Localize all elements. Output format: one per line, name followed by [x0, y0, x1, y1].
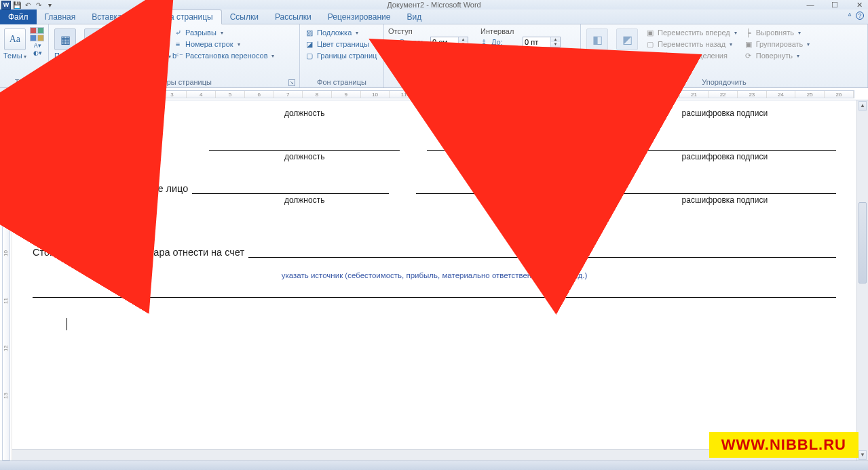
group-page-background: ▨Подложка ◪Цвет страницы ▢Границы страни… — [300, 24, 384, 87]
paragraph-launcher[interactable]: ↘ — [569, 79, 576, 86]
undo-icon[interactable]: ↶ — [23, 0, 33, 9]
group-arrange-label: Упорядочить — [584, 77, 865, 87]
spacing-before-spin[interactable]: ▲▼ — [523, 37, 561, 47]
indent-right-spin[interactable]: ▲▼ — [430, 49, 468, 60]
group-paragraph-label: Абзац↘ — [387, 77, 578, 87]
orientation-button[interactable]: ▯ Ориентация — [81, 26, 109, 61]
rotate-icon: ⟳ — [744, 51, 753, 60]
position-button[interactable]: ◧ Положение — [584, 26, 611, 61]
ribbon: Aa Темы A▾ ◐▾ Темы ▦ Поля ▯ Ориентация — [0, 24, 868, 88]
spacing-after-icon: ‡ — [479, 50, 489, 59]
spacing-after-spin[interactable]: ▲▼ — [523, 49, 561, 60]
qat-customize-icon[interactable]: ▾ — [45, 0, 54, 9]
window-title: Документ2 - Microsoft Word — [387, 1, 480, 9]
indent-right-input[interactable] — [431, 50, 458, 59]
themes-button[interactable]: Aa Темы — [3, 26, 27, 61]
watermark-button[interactable]: ▨Подложка — [303, 27, 379, 38]
spacing-before-icon: ‡ — [479, 37, 489, 47]
minimize-button[interactable]: — — [804, 1, 816, 9]
size-icon: ▭ — [114, 28, 136, 50]
maximize-button[interactable]: ☐ — [829, 1, 841, 9]
quick-access-toolbar: W 💾 ↶ ↷ ▾ — [1, 0, 54, 9]
line-numbers-button[interactable]: ≡Номера строк — [171, 39, 276, 50]
scroll-down-button[interactable]: ▼ — [858, 450, 867, 460]
wrap-icon: ◩ — [616, 28, 638, 50]
hyphenation-icon: bᶜ⁻ — [173, 51, 183, 60]
indent-left-spin[interactable]: ▲▼ — [430, 37, 468, 47]
tab-insert[interactable]: Вставка — [83, 9, 130, 24]
tab-home[interactable]: Главная — [37, 9, 84, 24]
save-icon[interactable]: 💾 — [12, 0, 22, 9]
scroll-thumb[interactable] — [858, 202, 867, 283]
page-borders-icon: ▢ — [305, 51, 314, 60]
scroll-up-button[interactable]: ▲ — [858, 101, 867, 111]
line-numbers-icon: ≡ — [173, 39, 183, 49]
group-arrange: ◧ Положение ◩ Обтекание текстом ▣Перемес… — [581, 24, 868, 87]
align-button[interactable]: ╞Выровнять — [742, 27, 812, 38]
indent-left-icon: ⇤ — [387, 37, 396, 47]
page-color-button[interactable]: ◪Цвет страницы — [303, 39, 379, 50]
selection-pane-icon: ▤ — [645, 51, 655, 60]
send-backward-button[interactable]: ▢Переместить назад — [643, 39, 739, 50]
selection-pane-button[interactable]: ▤Область выделения — [643, 50, 739, 61]
group-button[interactable]: ▣Группировать — [742, 39, 812, 50]
word-logo-icon: W — [1, 1, 11, 9]
columns-icon: ▥ — [144, 28, 166, 50]
hint-text: указать источник (себестоимость, прибыль… — [33, 271, 836, 279]
writeoff-label: Стоимость списанного товара отнести на с… — [33, 247, 244, 258]
theme-colors-fonts[interactable]: A▾ ◐▾ — [30, 26, 45, 56]
wrap-text-button[interactable]: ◩ Обтекание текстом — [614, 26, 641, 69]
bring-forward-icon: ▣ — [645, 28, 655, 37]
horizontal-ruler[interactable]: L 21123456789101112131415161718192021222… — [0, 88, 868, 100]
minimize-ribbon-icon[interactable]: ᐞ — [848, 12, 852, 20]
close-button[interactable]: ✕ — [853, 1, 865, 9]
indent-section: Отступ ⇤ Слева: ▲▼ ⇥ Справа: ▲▼ — [387, 26, 468, 60]
align-icon: ╞ — [744, 28, 753, 37]
group-page-bg-label: Фон страницы — [303, 77, 381, 87]
group-paragraph: Отступ ⇤ Слева: ▲▼ ⇥ Справа: ▲▼ Интервал… — [384, 24, 581, 87]
watermark-icon: ▨ — [305, 28, 314, 37]
group-page-setup: ▦ Поля ▯ Ориентация ▭ Размер ▥ Колонки ⤶… — [49, 24, 300, 87]
watermark-badge: WWW.NIBBL.RU — [709, 432, 858, 458]
breaks-button[interactable]: ⤶Разрывы — [171, 27, 276, 38]
ribbon-tabs: Файл Главная Вставка Разметка страницы С… — [0, 9, 868, 24]
indent-left-input[interactable] — [431, 37, 458, 47]
tab-view[interactable]: Вид — [398, 9, 430, 24]
hyphenation-button[interactable]: bᶜ⁻Расстановка переносов — [171, 50, 276, 61]
group-icon: ▣ — [744, 39, 753, 49]
vertical-scrollbar[interactable]: ▲ ▼ — [856, 100, 868, 461]
indent-right-icon: ⇥ — [387, 50, 396, 59]
spacing-before-input[interactable] — [523, 37, 550, 47]
breaks-icon: ⤶ — [173, 28, 183, 37]
themes-icon: Aa — [4, 28, 26, 50]
document-area: 7 8 9 10 11 12 13 должность подпись расш… — [0, 100, 868, 461]
responsible-label: Материально ответственное лицо — [33, 183, 188, 194]
rotate-button[interactable]: ⟳Повернуть — [742, 50, 812, 61]
orientation-icon: ▯ — [84, 28, 106, 50]
window-controls: — ☐ ✕ — [804, 0, 865, 9]
status-bar — [0, 461, 868, 470]
spacing-after-input[interactable] — [523, 50, 550, 59]
tab-mailings[interactable]: Рассылки — [267, 9, 320, 24]
tab-references[interactable]: Ссылки — [222, 9, 267, 24]
size-button[interactable]: ▭ Размер — [111, 26, 138, 61]
page-color-icon: ◪ — [305, 39, 314, 49]
columns-button[interactable]: ▥ Колонки — [141, 26, 168, 61]
text-cursor — [67, 318, 67, 330]
vertical-ruler[interactable]: 7 8 9 10 11 12 13 — [0, 100, 12, 461]
help-icon[interactable]: ? — [856, 12, 864, 20]
bring-forward-button[interactable]: ▣Переместить вперед — [643, 27, 739, 38]
tab-page-layout[interactable]: Разметка страницы — [130, 9, 222, 24]
send-backward-icon: ▢ — [645, 39, 655, 49]
group-themes-label: Темы — [3, 77, 45, 87]
group-page-setup-label: Параметры страницы↘ — [52, 77, 297, 87]
document-page[interactable]: должность подпись расшифровка подписи до… — [12, 100, 856, 461]
spacing-section: Интервал ‡ До: ▲▼ ‡ После: ▲▼ — [479, 26, 561, 60]
title-bar: W 💾 ↶ ↷ ▾ Документ2 - Microsoft Word — ☐… — [0, 0, 868, 9]
page-setup-launcher[interactable]: ↘ — [288, 79, 295, 86]
tab-file[interactable]: Файл — [0, 9, 37, 24]
page-borders-button[interactable]: ▢Границы страниц — [303, 50, 379, 61]
redo-icon[interactable]: ↷ — [34, 0, 43, 9]
tab-review[interactable]: Рецензирование — [320, 9, 399, 24]
tab-selector[interactable]: L — [0, 88, 12, 100]
